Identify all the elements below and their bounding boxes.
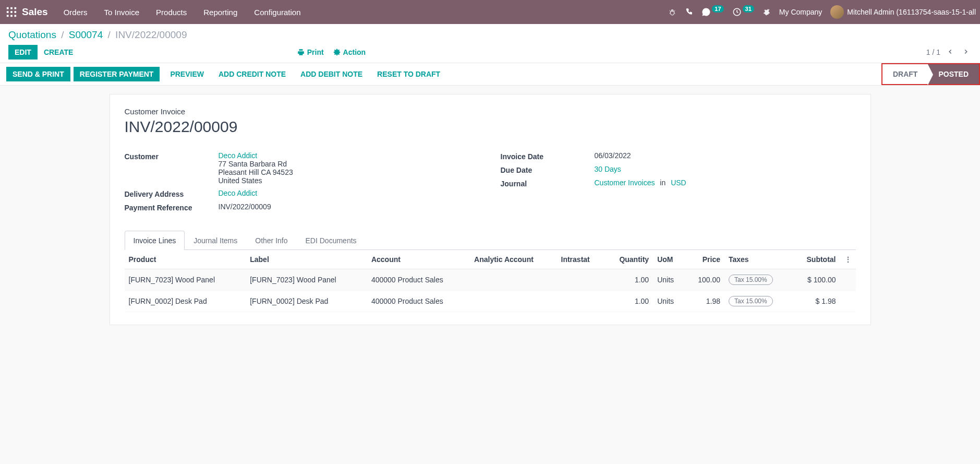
control-panel: Quotations / S00074 / INV/2022/00009 EDI… (0, 24, 980, 63)
invoice-date-value: 06/03/2022 (595, 151, 856, 160)
activities-icon[interactable]: 31 (732, 7, 754, 17)
payment-reference-label: Payment Reference (125, 203, 219, 212)
table-row[interactable]: [FURN_0002] Desk Pad [FURN_0002] Desk Pa… (125, 291, 856, 312)
col-subtotal[interactable]: Subtotal (792, 250, 840, 269)
app-title[interactable]: Sales (22, 6, 48, 18)
status-states: DRAFT POSTED (881, 63, 980, 85)
nav-menu: Orders To Invoice Products Reporting Con… (64, 8, 301, 17)
breadcrumb-current: INV/2022/00009 (115, 29, 187, 40)
tab-journal-items[interactable]: Journal Items (185, 231, 246, 250)
document-type-label: Customer Invoice (125, 107, 856, 116)
due-date-link[interactable]: 30 Days (595, 165, 621, 173)
svg-rect-7 (10, 15, 13, 17)
nav-menu-to-invoice[interactable]: To Invoice (104, 8, 140, 17)
svg-rect-1 (10, 7, 13, 9)
print-dropdown[interactable]: Print (297, 48, 324, 56)
customer-label: Customer (125, 151, 219, 161)
currency-link[interactable]: USD (671, 179, 686, 187)
customer-link[interactable]: Deco Addict (219, 151, 258, 160)
payment-reference-value: INV/2022/00009 (219, 203, 480, 211)
settings-icon[interactable] (763, 8, 771, 16)
nav-menu-configuration[interactable]: Configuration (254, 8, 300, 17)
col-uom[interactable]: UoM (653, 250, 685, 269)
journal-link[interactable]: Customer Invoices (595, 179, 655, 187)
delivery-address-link[interactable]: Deco Addict (219, 189, 258, 197)
tax-pill: Tax 15.00% (729, 296, 773, 306)
form-sheet: Customer Invoice INV/2022/00009 Customer… (110, 94, 871, 325)
invoice-date-label: Invoice Date (501, 151, 595, 161)
journal-in: in (660, 179, 666, 187)
state-draft[interactable]: DRAFT (882, 64, 928, 84)
activities-badge: 31 (743, 5, 754, 13)
journal-label: Journal (501, 179, 595, 188)
col-intrastat[interactable]: Intrastat (557, 250, 604, 269)
breadcrumb-quotations[interactable]: Quotations (8, 29, 56, 40)
svg-rect-4 (10, 11, 13, 13)
apps-menu-icon[interactable] (4, 5, 19, 19)
svg-rect-6 (7, 15, 9, 17)
breadcrumb-order[interactable]: S00074 (69, 29, 103, 40)
pager-range[interactable]: 1 / 1 (926, 48, 940, 56)
user-menu[interactable]: Mitchell Admin (16113754-saas-15-1-all (830, 5, 976, 19)
state-posted[interactable]: POSTED (928, 64, 979, 84)
address-line3: United States (219, 176, 480, 185)
edit-button[interactable]: EDIT (8, 45, 38, 60)
form-tabs: Invoice Lines Journal Items Other Info E… (125, 231, 856, 250)
col-account[interactable]: Account (367, 250, 470, 269)
delivery-address-label: Delivery Address (125, 189, 219, 198)
send-and-print-button[interactable]: SEND & PRINT (6, 67, 70, 81)
document-title: INV/2022/00009 (125, 118, 856, 136)
action-dropdown[interactable]: Action (333, 48, 366, 56)
svg-rect-0 (7, 7, 9, 9)
add-debit-note-button[interactable]: ADD DEBIT NOTE (293, 66, 370, 82)
table-options-icon[interactable]: ⋮ (840, 250, 856, 269)
tab-other-info[interactable]: Other Info (246, 231, 296, 250)
gear-icon (333, 49, 341, 56)
col-analytic[interactable]: Analytic Account (470, 250, 556, 269)
col-taxes[interactable]: Taxes (724, 250, 792, 269)
messages-badge: 17 (712, 5, 723, 13)
col-quantity[interactable]: Quantity (604, 250, 653, 269)
svg-rect-5 (15, 11, 17, 13)
svg-rect-2 (15, 7, 17, 9)
nav-menu-products[interactable]: Products (156, 8, 187, 17)
company-selector[interactable]: My Company (779, 8, 822, 16)
statusbar: SEND & PRINT REGISTER PAYMENT PREVIEW AD… (0, 63, 980, 86)
messages-icon[interactable]: 17 (701, 7, 723, 17)
top-navbar: Sales Orders To Invoice Products Reporti… (0, 0, 980, 24)
nav-menu-reporting[interactable]: Reporting (203, 8, 237, 17)
svg-rect-3 (7, 11, 9, 13)
register-payment-button[interactable]: REGISTER PAYMENT (74, 67, 160, 81)
user-name: Mitchell Admin (16113754-saas-15-1-all (847, 8, 976, 16)
tab-edi-documents[interactable]: EDI Documents (297, 231, 366, 250)
bug-icon[interactable] (668, 8, 676, 16)
tab-invoice-lines[interactable]: Invoice Lines (125, 231, 185, 250)
invoice-lines-table: Product Label Account Analytic Account I… (125, 250, 856, 312)
avatar (830, 5, 844, 19)
pager-prev[interactable] (945, 46, 956, 59)
col-price[interactable]: Price (685, 250, 724, 269)
svg-rect-8 (15, 15, 17, 17)
col-product[interactable]: Product (125, 250, 246, 269)
due-date-label: Due Date (501, 165, 595, 174)
address-line2: Pleasant Hill CA 94523 (219, 168, 480, 176)
print-icon (297, 49, 305, 56)
address-line1: 77 Santa Barbara Rd (219, 160, 480, 168)
add-credit-note-button[interactable]: ADD CREDIT NOTE (211, 66, 293, 82)
reset-to-draft-button[interactable]: RESET TO DRAFT (370, 66, 447, 82)
col-label[interactable]: Label (246, 250, 367, 269)
table-row[interactable]: [FURN_7023] Wood Panel [FURN_7023] Wood … (125, 269, 856, 291)
nav-menu-orders[interactable]: Orders (64, 8, 88, 17)
breadcrumb: Quotations / S00074 / INV/2022/00009 (8, 29, 972, 41)
phone-icon[interactable] (685, 8, 693, 16)
preview-button[interactable]: PREVIEW (163, 66, 211, 82)
tax-pill: Tax 15.00% (729, 275, 773, 285)
create-button[interactable]: CREATE (38, 45, 80, 60)
pager-next[interactable] (960, 46, 972, 59)
